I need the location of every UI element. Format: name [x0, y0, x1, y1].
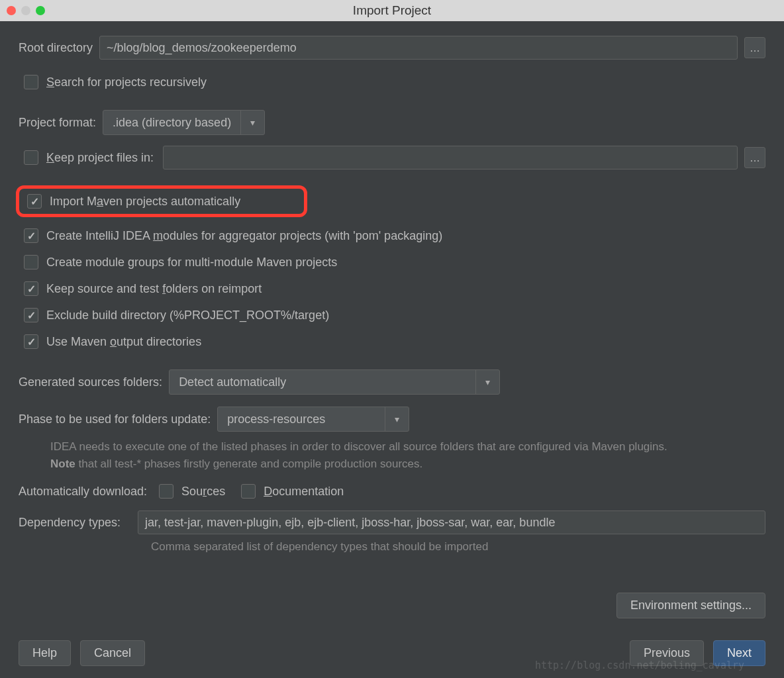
dependency-types-label: Dependency types:	[19, 516, 121, 530]
create-groups-checkbox[interactable]	[24, 255, 38, 269]
watermark: http://blog.csdn.net/boling_cavalry	[535, 659, 744, 671]
phase-hint: IDEA needs to execute one of the listed …	[50, 438, 765, 472]
phase-label: Phase to be used for folders update:	[19, 412, 211, 426]
dependency-types-input[interactable]: jar, test-jar, maven-plugin, ejb, ejb-cl…	[138, 510, 765, 534]
chevron-down-icon	[385, 407, 409, 431]
create-modules-checkbox[interactable]	[24, 228, 38, 243]
root-directory-input[interactable]: ~/blog/blog_demos/zookeeperdemo	[99, 36, 738, 60]
import-auto-label: Import Maven projects automatically	[50, 195, 240, 209]
gen-sources-label: Generated sources folders:	[19, 375, 162, 389]
window-title: Import Project	[0, 3, 784, 18]
phase-select[interactable]: process-resources	[217, 407, 409, 432]
keep-files-label: Keep project files in:	[46, 151, 154, 165]
project-format-select[interactable]: .idea (directory based)	[103, 110, 265, 135]
gen-sources-select[interactable]: Detect automatically	[169, 369, 500, 395]
download-docs-label: Documentation	[264, 485, 344, 499]
keep-files-input[interactable]	[163, 146, 738, 170]
create-modules-label: Create IntelliJ IDEA modules for aggrega…	[46, 229, 442, 243]
help-button[interactable]: Help	[19, 640, 71, 666]
dependency-types-hint: Comma separated list of dependency types…	[151, 538, 765, 556]
search-recursively-label: SSearch for projects recursivelyearch fo…	[46, 75, 207, 89]
chevron-down-icon	[475, 370, 499, 394]
titlebar: Import Project	[0, 0, 784, 21]
create-groups-label: Create module groups for multi-module Ma…	[46, 256, 337, 269]
use-output-label: Use Maven output directories	[46, 335, 201, 349]
search-recursively-checkbox[interactable]	[24, 75, 38, 89]
exclude-build-checkbox[interactable]	[24, 308, 38, 322]
download-sources-checkbox[interactable]	[159, 484, 173, 499]
download-sources-label: Sources	[181, 485, 225, 499]
chevron-down-icon	[240, 111, 264, 134]
environment-settings-button[interactable]: Environment settings...	[616, 593, 765, 618]
download-docs-checkbox[interactable]	[241, 484, 256, 499]
auto-download-label: Automatically download:	[19, 485, 147, 499]
import-auto-highlight: Import Maven projects automatically	[16, 185, 307, 217]
keep-source-label: Keep source and test folders on reimport	[46, 282, 262, 296]
import-auto-checkbox[interactable]	[27, 194, 42, 209]
browse-root-button[interactable]: ...	[744, 37, 765, 58]
keep-source-checkbox[interactable]	[24, 281, 38, 296]
keep-files-checkbox[interactable]	[24, 150, 38, 165]
root-directory-label: Root directory	[19, 41, 93, 55]
project-format-label: Project format:	[19, 116, 96, 130]
browse-keep-button[interactable]: ...	[744, 147, 765, 168]
cancel-button[interactable]: Cancel	[80, 640, 145, 666]
exclude-build-label: Exclude build directory (%PROJECT_ROOT%/…	[46, 309, 329, 322]
use-output-checkbox[interactable]	[24, 334, 38, 349]
